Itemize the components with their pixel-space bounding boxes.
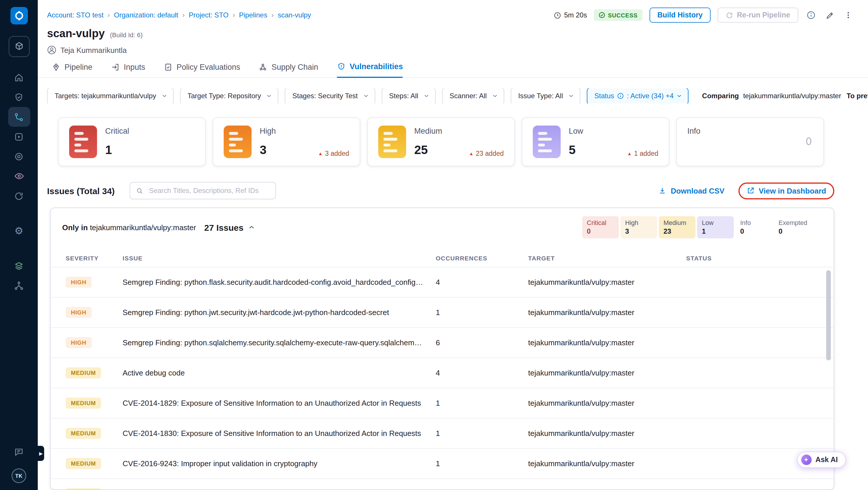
targets-filter[interactable]: Targets: tejakummarikuntla/vulpy bbox=[47, 88, 174, 103]
tab-vulnerabilities[interactable]: Vulnerabilities bbox=[337, 62, 403, 78]
sidebar-item-settings[interactable]: ⚙ bbox=[8, 221, 30, 241]
medium-count: 25 bbox=[414, 143, 442, 157]
info-icon bbox=[806, 10, 816, 20]
sidebar-expand-handle[interactable]: ▶ bbox=[38, 446, 44, 461]
sidebar-item-executions[interactable] bbox=[8, 127, 30, 147]
comparing-suffix[interactable]: To previous scan bbox=[846, 92, 868, 100]
stages-filter[interactable]: Stages: Security Test bbox=[285, 88, 375, 103]
breadcrumb-project[interactable]: Project: STO bbox=[189, 11, 239, 19]
sidebar-item-feedback[interactable] bbox=[8, 442, 30, 461]
chip-low[interactable]: Low1 bbox=[697, 216, 734, 238]
build-id: (Build Id: 6) bbox=[110, 31, 143, 38]
severity-cards: Critical 1 High 3 3 added Medi bbox=[38, 117, 868, 166]
breadcrumb-pipelines[interactable]: Pipelines bbox=[239, 11, 278, 19]
more-options-button[interactable] bbox=[842, 9, 854, 21]
rerun-pipeline-button[interactable]: Re-run Pipeline bbox=[718, 7, 798, 23]
sidebar-item-pipelines[interactable] bbox=[8, 107, 30, 127]
tab-supply-chain[interactable]: Supply Chain bbox=[259, 62, 318, 77]
severity-pill: MEDIUM bbox=[66, 488, 101, 490]
user-icon bbox=[47, 45, 56, 55]
table-row[interactable]: MEDIUM bbox=[51, 479, 834, 490]
viewport: ⚙ TK ▶ bbox=[0, 0, 868, 490]
status-badge-label: SUCCESS bbox=[608, 12, 638, 18]
search-box[interactable] bbox=[130, 182, 276, 200]
collapse-chevron-icon[interactable] bbox=[248, 224, 255, 231]
low-card[interactable]: Low 5 1 added bbox=[522, 117, 669, 166]
author-row: Teja Kummarikuntla bbox=[38, 45, 868, 55]
sidebar-item-gitops[interactable] bbox=[8, 186, 30, 206]
table-row[interactable]: HIGH Semgrep Finding: python.jwt.securit… bbox=[51, 297, 834, 327]
sidebar-item-home[interactable] bbox=[8, 67, 30, 87]
medium-card[interactable]: Medium 25 23 added bbox=[367, 117, 515, 166]
breadcrumb-org[interactable]: Organization: default bbox=[114, 11, 189, 19]
org-chart-icon bbox=[14, 280, 24, 290]
chip-critical[interactable]: Critical0 bbox=[582, 216, 619, 238]
chip-info[interactable]: Info0 bbox=[736, 216, 772, 238]
target-type-filter[interactable]: Target Type: Repository bbox=[180, 88, 279, 103]
table-scrollbar[interactable] bbox=[826, 270, 831, 360]
tab-inputs[interactable]: Inputs bbox=[111, 62, 145, 77]
sidebar-item-security[interactable] bbox=[8, 87, 30, 107]
issues-title: Issues (Total 34) bbox=[47, 186, 115, 195]
table-row[interactable]: MEDIUM CVE-2016-9243: Improper input val… bbox=[51, 448, 834, 479]
vulnerabilities-tab-icon bbox=[337, 62, 345, 71]
chip-medium[interactable]: Medium23 bbox=[659, 216, 695, 238]
chevron-down-icon bbox=[492, 93, 498, 99]
user-avatar[interactable]: TK bbox=[11, 468, 26, 483]
issue-title: Semgrep Finding: python.sqlalchemy.secur… bbox=[123, 338, 436, 347]
occurrences-value: 1 bbox=[436, 459, 528, 468]
home-icon bbox=[14, 72, 24, 82]
breadcrumb-current[interactable]: scan-vulpy bbox=[278, 11, 311, 19]
search-input[interactable] bbox=[148, 186, 270, 195]
info-button[interactable] bbox=[805, 9, 817, 21]
target-value: tejakummarikuntla/vulpy:master bbox=[528, 278, 686, 286]
group-scope: Only in tejakummarikuntla/vulpy:master bbox=[62, 223, 196, 232]
chevron-down-icon bbox=[424, 93, 429, 99]
issues-table-body: HIGH Semgrep Finding: python.flask.secur… bbox=[51, 267, 834, 490]
comparing-label: Comparing bbox=[702, 92, 739, 100]
tab-pipeline[interactable]: Pipeline bbox=[52, 62, 92, 77]
scanner-filter[interactable]: Scanner: All bbox=[442, 88, 504, 103]
target-value: tejakummarikuntla/vulpy:master bbox=[528, 369, 686, 377]
download-csv-label: Download CSV bbox=[671, 186, 724, 195]
status-filter[interactable]: Status : Active (34) +4 bbox=[587, 88, 689, 103]
chip-high[interactable]: High3 bbox=[620, 216, 657, 238]
edit-pipeline-button[interactable] bbox=[824, 9, 835, 21]
breadcrumb-account[interactable]: Account: STO test bbox=[47, 11, 114, 19]
download-csv-button[interactable]: Download CSV bbox=[658, 186, 724, 195]
severity-pill: MEDIUM bbox=[66, 398, 101, 409]
steps-filter[interactable]: Steps: All bbox=[382, 88, 436, 103]
search-icon bbox=[136, 187, 144, 194]
harness-logo-icon bbox=[14, 10, 24, 21]
issue-title: CVE-2014-1830: Exposure of Sensitive Inf… bbox=[123, 429, 436, 438]
table-row[interactable]: HIGH Semgrep Finding: python.sqlalchemy.… bbox=[51, 327, 834, 358]
sidebar-item-targets[interactable] bbox=[8, 147, 30, 166]
external-link-icon bbox=[747, 187, 755, 195]
steps-filter-label: Steps: All bbox=[389, 92, 418, 100]
table-row[interactable]: HIGH Semgrep Finding: python.flask.secur… bbox=[51, 267, 834, 297]
issue-type-filter[interactable]: Issue Type: All bbox=[511, 88, 581, 103]
comparing-text: Comparing tejakummarikuntla/vulpy:master… bbox=[702, 92, 868, 100]
chip-exempted[interactable]: Exempted0 bbox=[774, 216, 810, 238]
high-card[interactable]: High 3 3 added bbox=[213, 117, 360, 166]
table-row[interactable]: MEDIUM CVE-2014-1829: Exposure of Sensit… bbox=[51, 388, 834, 418]
tab-vulnerabilities-label: Vulnerabilities bbox=[349, 62, 403, 71]
tab-policy-evaluations[interactable]: Policy Evaluations bbox=[164, 62, 240, 77]
table-row[interactable]: MEDIUM Active debug code 4 tejakummariku… bbox=[51, 358, 834, 388]
target-icon bbox=[14, 151, 24, 161]
harness-logo[interactable] bbox=[10, 7, 28, 24]
critical-card[interactable]: Critical 1 bbox=[58, 117, 206, 166]
view-in-dashboard-button[interactable]: View in Dashboard bbox=[747, 186, 826, 195]
table-row[interactable]: MEDIUM CVE-2014-1830: Exposure of Sensit… bbox=[51, 418, 834, 448]
sidebar-item-organizations[interactable] bbox=[8, 276, 30, 295]
ask-ai-button[interactable]: ✦ Ask AI bbox=[797, 452, 846, 468]
sidebar-item-test-intelligence[interactable] bbox=[8, 166, 30, 186]
issues-table-header: SEVERITY ISSUE OCCURRENCES TARGET STATUS bbox=[51, 243, 834, 267]
build-history-button[interactable]: Build History bbox=[649, 7, 711, 23]
module-selector[interactable] bbox=[8, 36, 29, 57]
app: ⚙ TK ▶ bbox=[0, 0, 868, 490]
chevron-down-icon bbox=[267, 93, 272, 99]
tab-bar: Pipeline Inputs Policy Evaluations S bbox=[38, 62, 868, 78]
info-card[interactable]: Info 0 bbox=[676, 117, 824, 166]
sidebar-item-environments[interactable] bbox=[8, 256, 30, 276]
